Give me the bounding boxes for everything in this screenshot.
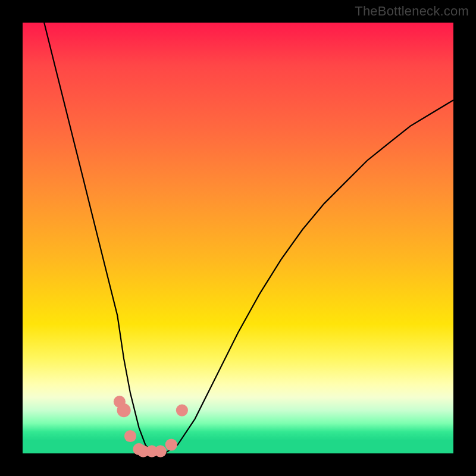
bottleneck-curve [44,23,453,453]
curve-marker [176,405,188,416]
chart-svg [23,23,453,453]
chart-frame: TheBottleneck.com [0,0,476,476]
curve-marker [155,445,167,457]
plot-area [23,23,453,453]
curve-marker [165,439,177,450]
watermark-text: TheBottleneck.com [355,4,469,19]
curve-markers [114,396,188,458]
curve-marker [117,403,131,417]
curve-marker [124,430,136,442]
